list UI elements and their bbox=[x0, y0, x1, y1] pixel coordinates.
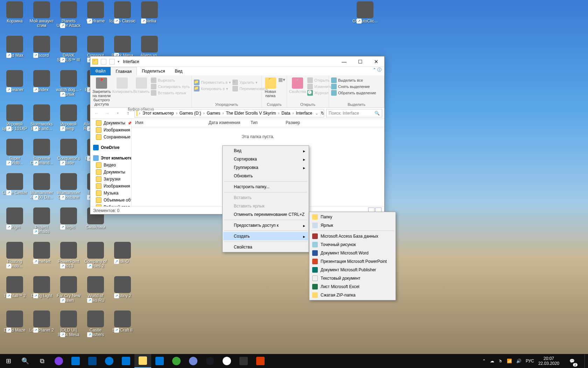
col-type[interactable]: Тип bbox=[247, 119, 282, 127]
taskbar-steam[interactable] bbox=[202, 354, 218, 368]
desktop-icon[interactable]: ↗GameNet bbox=[28, 242, 55, 264]
tab-share[interactable]: Поделиться bbox=[137, 67, 170, 75]
tab-home[interactable]: Главная bbox=[111, 67, 137, 75]
tray-bluetooth-icon[interactable]: 🖱 bbox=[498, 359, 503, 363]
sub-access[interactable]: Microsoft Access База данных bbox=[310, 232, 395, 240]
nav-item[interactable]: Видео bbox=[90, 162, 131, 169]
desktop-icon[interactable]: ↗Unepic bbox=[55, 207, 82, 230]
col-date[interactable]: Дата изменения bbox=[205, 119, 247, 127]
tab-file[interactable]: Файл bbox=[90, 67, 111, 75]
desktop-icon[interactable]: ↗Origin bbox=[1, 207, 28, 230]
nav-item[interactable]: Документы bbox=[90, 169, 131, 176]
title-bar[interactable]: 📁 ▾ Interface — ☐ ✕ bbox=[90, 56, 384, 67]
desktop-icon[interactable]: ↗DARK SOULS™ III bbox=[55, 36, 82, 62]
sub-word[interactable]: Документ Microsoft Word bbox=[310, 249, 395, 257]
paste-shortcut-button[interactable]: Вставить ярлык bbox=[151, 90, 190, 96]
desktop-icon[interactable]: ↗GSAutoClic... bbox=[352, 1, 378, 23]
taskbar-discord[interactable] bbox=[185, 354, 202, 368]
tray-chevron[interactable]: ⌃ bbox=[482, 359, 486, 363]
minimize-button[interactable]: — bbox=[336, 56, 352, 67]
taskbar-app[interactable] bbox=[235, 354, 252, 368]
nav-forward[interactable]: → bbox=[103, 109, 111, 117]
desktop-icon[interactable]: ↗Game Center bbox=[1, 173, 28, 195]
maximize-button[interactable]: ☐ bbox=[352, 56, 368, 67]
tray-clock[interactable]: 20:07 22.03.2020 bbox=[538, 356, 559, 366]
tray-wifi-icon[interactable]: 📶 bbox=[507, 359, 512, 363]
nav-item[interactable]: Этот компьютер bbox=[90, 155, 131, 162]
select-all-button[interactable]: Выделить все bbox=[331, 77, 376, 83]
paste-button[interactable]: Вставить bbox=[133, 77, 150, 94]
properties-button[interactable]: ✔Свойства bbox=[289, 77, 306, 94]
ribbon-collapse[interactable]: ⌃ ⓘ bbox=[370, 67, 384, 75]
navigation-pane[interactable]: Документы📌Изображения📌Сохраненные ф📌OneD… bbox=[90, 119, 132, 206]
nav-item[interactable]: Загрузки bbox=[90, 176, 131, 183]
qat-dropdown[interactable]: ▾ bbox=[118, 60, 119, 63]
taskbar-yandex[interactable] bbox=[218, 354, 235, 368]
sub-text[interactable]: Текстовый документ bbox=[310, 274, 395, 282]
nav-item[interactable]: Документы📌 bbox=[90, 120, 131, 127]
taskbar-calculator[interactable] bbox=[67, 354, 84, 368]
desktop-icon[interactable]: ↗Conqueror's Blade bbox=[55, 139, 82, 165]
desktop-icon[interactable]: ↗World of Tanks RU bbox=[82, 276, 109, 303]
ctx-undo-rename[interactable]: Отменить переименованиеCTRL+Z bbox=[223, 210, 308, 219]
sub-bitmap[interactable]: Точечный рисунок bbox=[310, 240, 395, 249]
new-folder-button[interactable]: 📁Новая папка bbox=[264, 77, 277, 98]
ctx-sort[interactable]: Сортировка▸ bbox=[223, 155, 308, 163]
desktop-icon[interactable]: ↗Игровой центр bbox=[55, 104, 82, 131]
desktop-icon[interactable]: ↗PowerPoint 2013 bbox=[55, 242, 82, 268]
ctx-view[interactable]: Вид▸ bbox=[223, 146, 308, 155]
desktop-icon[interactable]: ↗Yandex bbox=[28, 70, 55, 92]
desktop-icon[interactable]: ↗Icarus Classic bbox=[109, 1, 136, 23]
taskbar-store[interactable] bbox=[118, 354, 134, 368]
col-name[interactable]: Имя bbox=[132, 119, 205, 127]
breadcrumb[interactable]: › Этот компьютер› Games (D:)› Games› The… bbox=[134, 109, 324, 117]
tray-notifications[interactable]: 💬2 bbox=[564, 354, 580, 368]
ctx-create[interactable]: Создать▸ bbox=[223, 232, 308, 240]
taskbar-edge[interactable] bbox=[101, 354, 118, 368]
desktop-icon[interactable]: ↗Titanfall™ 2 bbox=[1, 276, 28, 298]
desktop-icon[interactable]: ↗[OLD UI] Black Mesa bbox=[55, 311, 82, 337]
ctx-customize[interactable]: Настроить папку... bbox=[223, 183, 308, 191]
nav-back[interactable]: ← bbox=[92, 109, 101, 117]
tray-volume-icon[interactable]: 🔊 bbox=[516, 359, 522, 363]
select-none-button[interactable]: Снять выделение bbox=[331, 84, 376, 89]
tray-language[interactable]: РУС bbox=[526, 359, 534, 363]
desktop-icon[interactable]: ↗Stormworks Build and... bbox=[28, 104, 55, 131]
desktop-icon[interactable]: ↗Warhammer 40,000 Da... bbox=[28, 173, 55, 200]
task-view-button[interactable]: ⧉ bbox=[34, 354, 50, 368]
show-desktop[interactable] bbox=[584, 354, 587, 368]
search-button[interactable]: 🔍 bbox=[17, 354, 34, 368]
desktop-icon[interactable]: ↗Warframe bbox=[82, 1, 109, 23]
desktop-icon[interactable]: ↗Игровой центр 101XP bbox=[1, 104, 28, 131]
desktop-icon[interactable]: Корзина bbox=[1, 1, 28, 23]
desktop-icon[interactable]: ↗Destiny 2 bbox=[109, 276, 136, 298]
sub-shortcut[interactable]: Ярлык bbox=[310, 221, 395, 230]
desktop-icon[interactable]: ↗Dying Light bbox=[28, 276, 55, 298]
nav-item[interactable]: Рабочий стол bbox=[90, 204, 131, 206]
taskbar-utorrent[interactable] bbox=[168, 354, 185, 368]
nav-up[interactable]: ↑ bbox=[124, 109, 132, 117]
close-button[interactable]: ✕ bbox=[368, 56, 384, 67]
desktop-icon[interactable]: ↗Supreme Command... bbox=[28, 139, 55, 165]
taskbar-explorer[interactable] bbox=[134, 354, 151, 368]
desktop-icon[interactable]: ↗Discord bbox=[28, 36, 55, 58]
sub-excel[interactable]: Лист Microsoft Excel bbox=[310, 282, 395, 291]
desktop-icon[interactable]: ↗Dead Maze bbox=[1, 311, 28, 333]
sub-ppt[interactable]: Презентация Microsoft PowerPoint bbox=[310, 257, 395, 266]
nav-item[interactable]: Музыка bbox=[90, 190, 131, 197]
copy-button[interactable]: Копировать bbox=[112, 77, 132, 94]
desktop-icon[interactable]: ↗Far Cry New Dawn bbox=[55, 276, 82, 303]
taskbar-mail[interactable] bbox=[151, 354, 168, 368]
desktop-icon[interactable]: ↗watch dog... - ярлык bbox=[55, 70, 82, 97]
desktop-icon[interactable]: ↗Disk-O bbox=[109, 242, 136, 264]
nav-item[interactable]: Изображения📌 bbox=[90, 127, 131, 134]
refresh-button[interactable]: ↻ bbox=[321, 111, 324, 116]
desktop-icon[interactable]: ↗CCleaner bbox=[1, 70, 28, 92]
tray-onedrive-icon[interactable]: ☁ bbox=[490, 359, 494, 363]
search-input[interactable]: Поиск: Interface 🔍 bbox=[326, 109, 382, 117]
desktop-icon[interactable]: ↗Castle Crashers bbox=[82, 311, 109, 337]
desktop-icon[interactable]: ↗StarCraft II bbox=[109, 311, 136, 333]
ctx-group[interactable]: Группировка▸ bbox=[223, 163, 308, 172]
desktop-icon[interactable]: Мой аккаунт стим bbox=[28, 1, 55, 28]
desktop-icon[interactable]: ↗Mad Max bbox=[1, 36, 28, 58]
